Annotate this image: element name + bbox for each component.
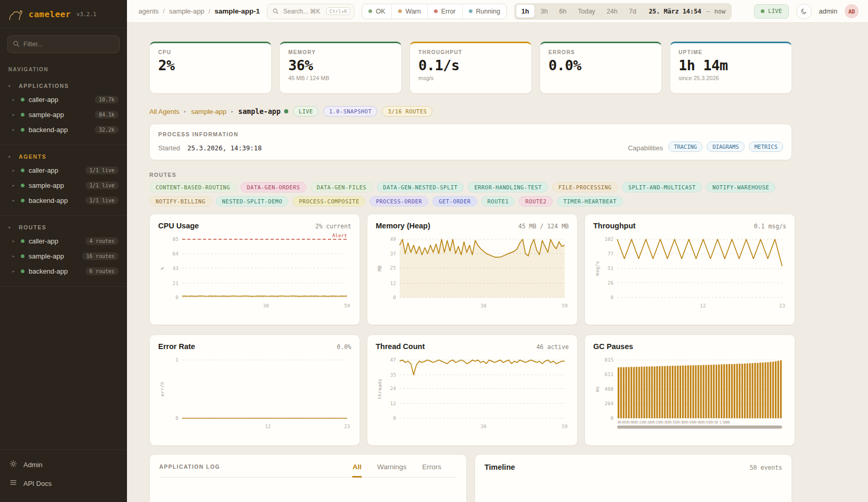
bottom-row: APPLICATION LOG AllWarningsErrors Timeli… <box>149 454 792 502</box>
sidebar-item-sample-app[interactable]: ▸sample-app1/1 live <box>5 178 122 193</box>
route-chip-route1[interactable]: ROUTE1 <box>481 196 515 207</box>
sidebar-item-sample-app[interactable]: ▸sample-app84.1k <box>5 107 122 122</box>
user-name: admin <box>819 7 837 15</box>
range-button-24h[interactable]: 24h <box>602 5 623 18</box>
sidebar-item-label: caller-app <box>29 96 91 104</box>
range-now[interactable]: now <box>711 8 730 15</box>
svg-text:43: 43 <box>173 265 178 271</box>
metric-card-errors: ERRORS0.0% <box>540 42 662 94</box>
sidebar-item-sample-app[interactable]: ▸sample-app16 routes <box>5 249 122 264</box>
agent-crumb-all-agents[interactable]: All Agents <box>149 108 180 115</box>
agent-crumb-sample-app[interactable]: sample-app <box>191 108 226 115</box>
sidebar-item-caller-app[interactable]: ▸caller-app4 routes <box>5 234 122 249</box>
svg-text:23: 23 <box>344 423 350 429</box>
route-chip-route2[interactable]: ROUTE2 <box>519 196 553 207</box>
sidebar-item-badge: 1/1 live <box>85 197 119 204</box>
range-button-3h[interactable]: 3h <box>535 5 553 18</box>
status-filter-warn[interactable]: Warn <box>392 4 427 19</box>
chart-plot-cpu: 856443210%Alert3059 <box>158 233 351 313</box>
range-button-6h[interactable]: 6h <box>554 5 572 18</box>
range-button-today[interactable]: Today <box>573 5 601 18</box>
range-button-1h[interactable]: 1h <box>516 5 534 18</box>
route-chip-data-gen-files[interactable]: DATA-GEN-FILES <box>311 182 373 192</box>
svg-text:0: 0 <box>610 415 614 421</box>
route-chip-notify-billing[interactable]: NOTIFY-BILLING <box>149 196 212 207</box>
chart-header: Thread Count46 active <box>376 342 569 351</box>
logo-row: cameleer v3.2.1 <box>0 0 127 28</box>
chart-title: CPU Usage <box>158 222 199 230</box>
status-dot <box>368 9 372 13</box>
route-chip-error-handling-test[interactable]: ERROR-HANDLING-TEST <box>468 182 548 192</box>
section-header-applications[interactable]: ▾APPLICATIONS <box>5 80 122 92</box>
route-chip-content-based-routing[interactable]: CONTENT-BASED-ROUTING <box>149 182 236 192</box>
route-chip-process-composite[interactable]: PROCESS-COMPOSITE <box>292 196 365 207</box>
route-chip-timer-heartbeat[interactable]: TIMER-HEARTBEAT <box>557 196 622 207</box>
route-chip-notify-warehouse[interactable]: NOTIFY-WAREHOUSE <box>706 182 775 192</box>
footer-item-api-docs[interactable]: API Docs <box>8 474 119 493</box>
chart-header: Error Rate0.0% <box>158 342 351 351</box>
sidebar-item-label: sample-app <box>29 111 91 119</box>
chevron-right-icon: ▸ <box>12 97 17 102</box>
svg-text:408: 408 <box>605 386 614 392</box>
route-chips: CONTENT-BASED-ROUTINGDATA-GEN-ORDERSDATA… <box>149 182 792 207</box>
chevron-right-icon: ▸ <box>12 112 17 117</box>
chevron-right-icon: ▸ <box>184 109 187 114</box>
theme-toggle-button[interactable] <box>796 4 812 19</box>
section-header-routes[interactable]: ▾ROUTES <box>5 221 122 234</box>
capability-pill-diagrams: DIAGRAMS <box>707 141 745 152</box>
filter-input[interactable] <box>7 35 120 53</box>
route-chip-get-order[interactable]: GET-ORDER <box>432 196 477 207</box>
chart-header: Throughput0.1 msg/s <box>593 222 786 230</box>
status-dot <box>21 113 24 117</box>
breadcrumb-separator: / <box>163 7 165 15</box>
route-chip-process-order[interactable]: PROCESS-ORDER <box>369 196 428 207</box>
live-indicator[interactable]: LIVE <box>754 4 789 19</box>
svg-text:0: 0 <box>393 294 396 300</box>
log-title: APPLICATION LOG <box>159 464 220 477</box>
app-root: cameleer v3.2.1 NAVIGATION ▾APPLICATIONS… <box>0 0 868 502</box>
range-date[interactable]: 25. März 14:54 <box>643 8 706 15</box>
range-button-7d[interactable]: 7d <box>624 5 642 18</box>
route-chip-nested-split-demo[interactable]: NESTED-SPLIT-DEMO <box>216 196 289 207</box>
log-tabs: AllWarningsErrors <box>352 463 457 477</box>
footer-item-admin[interactable]: Admin <box>8 455 119 474</box>
sidebar-section-routes: ▾ROUTES▸caller-app4 routes▸sample-app16 … <box>0 216 127 287</box>
time-range-group: 1h3h6hToday24h7d 25. März 14:54 – now <box>514 3 732 20</box>
metric-label: ERRORS <box>548 49 653 55</box>
breadcrumb-item-agents[interactable]: agents <box>138 7 159 15</box>
sidebar-item-backend-app[interactable]: ▸backend-app32.2k <box>5 122 122 137</box>
route-chip-split-and-multicast[interactable]: SPLIT-AND-MULTICAST <box>622 182 702 192</box>
sidebar-item-badge: 1/1 live <box>85 166 119 174</box>
svg-text:30: 30 <box>480 303 487 308</box>
agent-current[interactable]: sample-app <box>238 107 280 115</box>
route-chip-data-gen-nested-split[interactable]: DATA-GEN-NESTED-SPLIT <box>377 182 464 192</box>
sidebar-item-backend-app[interactable]: ▸backend-app6 routes <box>5 264 122 279</box>
main-area: agents/sample-app/sample-app-1 Search...… <box>127 0 868 502</box>
sidebar-item-backend-app[interactable]: ▸backend-app1/1 live <box>5 193 122 208</box>
breadcrumb-item-sample-app[interactable]: sample-app <box>169 7 205 15</box>
status-filter-error[interactable]: Error <box>428 4 463 19</box>
breadcrumb-item-sample-app-1[interactable]: sample-app-1 <box>214 7 260 15</box>
svg-text:59: 59 <box>561 303 568 308</box>
status-filter-ok[interactable]: OK <box>362 4 392 19</box>
sidebar-item-label: caller-app <box>29 166 81 174</box>
sidebar-item-caller-app[interactable]: ▸caller-app10.7k <box>5 92 122 107</box>
route-chip-data-gen-orders[interactable]: DATA-GEN-ORDERS <box>240 182 306 192</box>
sidebar-item-caller-app[interactable]: ▸caller-app1/1 live <box>5 163 122 178</box>
status-filter-running[interactable]: Running <box>463 4 507 19</box>
log-tab-errors[interactable]: Errors <box>422 463 441 478</box>
chart-header: GC Pauses <box>593 342 786 351</box>
chevron-down-icon: ▾ <box>8 84 14 88</box>
avatar[interactable]: AD <box>845 4 859 18</box>
search-icon <box>12 40 20 47</box>
svg-text:59: 59 <box>344 303 350 308</box>
route-chip-file-processing[interactable]: FILE-PROCESSING <box>552 182 618 192</box>
log-tab-warnings[interactable]: Warnings <box>377 463 407 478</box>
metric-card-cpu: CPU2% <box>149 42 272 94</box>
status-dot <box>398 9 402 13</box>
log-tab-all[interactable]: All <box>352 463 361 478</box>
svg-text:20:0320:0820:1320:1820:2320:28: 20:0320:0820:1320:1820:2320:2820:3320:38… <box>617 420 730 424</box>
global-search[interactable]: Search... ⌘K Ctrl+K <box>267 4 354 19</box>
section-header-agents[interactable]: ▾AGENTS <box>5 150 122 163</box>
sidebar-filter <box>7 35 120 53</box>
